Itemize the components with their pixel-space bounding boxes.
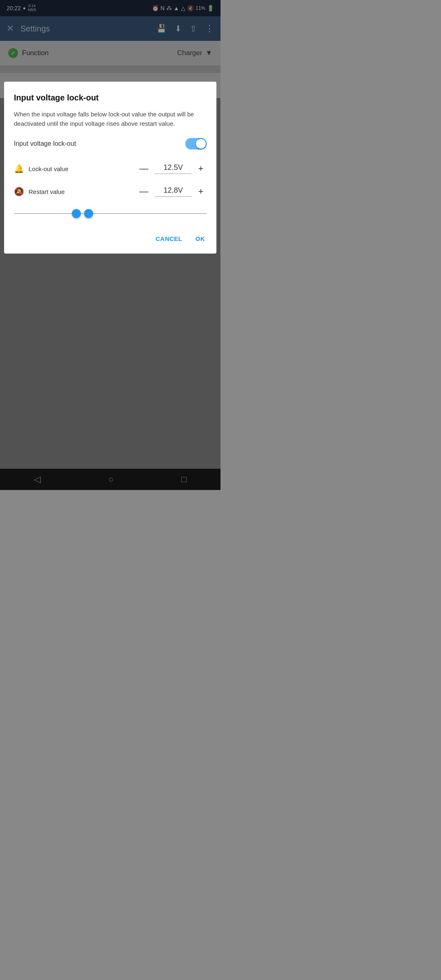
dialog: Input voltage lock-out When the input vo… (4, 82, 216, 254)
slider-handle-left[interactable] (72, 209, 81, 218)
lockout-row: 🔔 Lock-out value — + (14, 162, 207, 176)
toggle-switch[interactable] (185, 138, 207, 149)
bell-active-icon: 🔔 (14, 164, 25, 174)
restart-row: 🔕 Restart value — + (14, 185, 207, 198)
dialog-buttons: CANCEL OK (14, 232, 207, 245)
restart-label: Restart value (29, 188, 133, 195)
ok-button[interactable]: OK (194, 232, 207, 245)
dialog-description: When the input voltage falls below lock-… (14, 110, 207, 128)
restart-value-input[interactable] (155, 186, 192, 197)
toggle-label: Input voltage lock-out (14, 140, 76, 147)
slider-handle-right[interactable] (84, 209, 93, 218)
toggle-knob (196, 139, 206, 149)
lockout-value-input[interactable] (155, 163, 192, 174)
bell-mute-icon: 🔕 (14, 187, 25, 196)
slider-handles (72, 209, 93, 218)
toggle-row: Input voltage lock-out (14, 138, 207, 149)
lockout-label: Lock-out value (29, 165, 133, 172)
lockout-plus-button[interactable]: + (195, 162, 207, 176)
slider-track (14, 213, 207, 214)
restart-minus-button[interactable]: — (136, 185, 151, 198)
lockout-minus-button[interactable]: — (136, 162, 151, 176)
dual-slider[interactable] (14, 207, 207, 220)
dialog-title: Input voltage lock-out (14, 93, 207, 102)
cancel-button[interactable]: CANCEL (154, 232, 184, 245)
restart-plus-button[interactable]: + (195, 185, 207, 198)
